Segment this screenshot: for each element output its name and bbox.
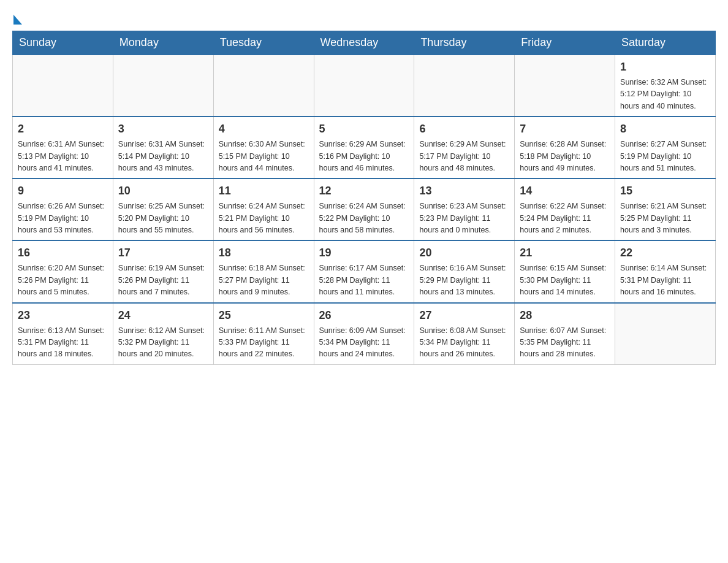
day-info: Sunrise: 6:07 AM Sunset: 5:35 PM Dayligh…	[520, 325, 610, 361]
day-number: 1	[620, 59, 710, 75]
calendar-cell: 2Sunrise: 6:31 AM Sunset: 5:13 PM Daylig…	[13, 117, 113, 178]
calendar-cell: 7Sunrise: 6:28 AM Sunset: 5:18 PM Daylig…	[515, 117, 615, 178]
calendar-cell: 1Sunrise: 6:32 AM Sunset: 5:12 PM Daylig…	[615, 55, 716, 117]
day-info: Sunrise: 6:28 AM Sunset: 5:18 PM Dayligh…	[520, 139, 610, 174]
day-info: Sunrise: 6:31 AM Sunset: 5:13 PM Dayligh…	[18, 139, 108, 174]
day-info: Sunrise: 6:26 AM Sunset: 5:19 PM Dayligh…	[18, 201, 108, 236]
day-info: Sunrise: 6:18 AM Sunset: 5:27 PM Dayligh…	[219, 262, 309, 298]
calendar-cell: 22Sunrise: 6:14 AM Sunset: 5:31 PM Dayli…	[615, 240, 716, 302]
day-info: Sunrise: 6:14 AM Sunset: 5:31 PM Dayligh…	[620, 262, 710, 298]
day-info: Sunrise: 6:21 AM Sunset: 5:25 PM Dayligh…	[620, 201, 710, 236]
day-number: 9	[18, 183, 108, 199]
day-info: Sunrise: 6:08 AM Sunset: 5:34 PM Dayligh…	[419, 325, 509, 361]
week-row-1: 1Sunrise: 6:32 AM Sunset: 5:12 PM Daylig…	[13, 55, 716, 117]
logo	[12, 12, 22, 25]
day-number: 25	[219, 307, 309, 324]
calendar-cell: 26Sunrise: 6:09 AM Sunset: 5:34 PM Dayli…	[314, 303, 414, 365]
day-info: Sunrise: 6:25 AM Sunset: 5:20 PM Dayligh…	[118, 201, 208, 236]
day-number: 14	[520, 183, 610, 199]
calendar-cell: 27Sunrise: 6:08 AM Sunset: 5:34 PM Dayli…	[414, 303, 515, 365]
day-number: 6	[419, 121, 509, 137]
day-number: 3	[118, 121, 208, 137]
day-number: 11	[219, 183, 309, 199]
day-info: Sunrise: 6:16 AM Sunset: 5:29 PM Dayligh…	[419, 262, 509, 298]
day-info: Sunrise: 6:32 AM Sunset: 5:12 PM Dayligh…	[620, 77, 710, 112]
day-info: Sunrise: 6:19 AM Sunset: 5:26 PM Dayligh…	[118, 262, 208, 298]
day-number: 4	[219, 121, 309, 137]
day-number: 8	[620, 121, 710, 137]
weekday-header-thursday: Thursday	[414, 31, 515, 55]
day-number: 17	[118, 245, 208, 261]
weekday-header-monday: Monday	[113, 31, 213, 55]
calendar-cell: 17Sunrise: 6:19 AM Sunset: 5:26 PM Dayli…	[113, 240, 213, 302]
calendar-cell: 12Sunrise: 6:24 AM Sunset: 5:22 PM Dayli…	[314, 178, 414, 240]
page-header	[12, 12, 716, 25]
day-info: Sunrise: 6:17 AM Sunset: 5:28 PM Dayligh…	[319, 262, 409, 298]
day-info: Sunrise: 6:24 AM Sunset: 5:22 PM Dayligh…	[319, 201, 409, 236]
day-number: 21	[520, 245, 610, 261]
day-info: Sunrise: 6:09 AM Sunset: 5:34 PM Dayligh…	[319, 325, 409, 361]
calendar-cell: 24Sunrise: 6:12 AM Sunset: 5:32 PM Dayli…	[113, 303, 213, 365]
weekday-header-wednesday: Wednesday	[314, 31, 414, 55]
calendar-cell: 23Sunrise: 6:13 AM Sunset: 5:31 PM Dayli…	[13, 303, 113, 365]
day-info: Sunrise: 6:15 AM Sunset: 5:30 PM Dayligh…	[520, 262, 610, 298]
calendar-cell: 10Sunrise: 6:25 AM Sunset: 5:20 PM Dayli…	[113, 178, 213, 240]
day-info: Sunrise: 6:20 AM Sunset: 5:26 PM Dayligh…	[18, 262, 108, 298]
weekday-header-saturday: Saturday	[615, 31, 716, 55]
calendar-cell: 19Sunrise: 6:17 AM Sunset: 5:28 PM Dayli…	[314, 240, 414, 302]
calendar-cell: 16Sunrise: 6:20 AM Sunset: 5:26 PM Dayli…	[13, 240, 113, 302]
calendar-cell: 28Sunrise: 6:07 AM Sunset: 5:35 PM Dayli…	[515, 303, 615, 365]
calendar-cell	[13, 55, 113, 117]
calendar-cell	[314, 55, 414, 117]
weekday-header-tuesday: Tuesday	[213, 31, 314, 55]
day-number: 28	[520, 307, 610, 324]
day-number: 27	[419, 307, 509, 324]
calendar-cell: 15Sunrise: 6:21 AM Sunset: 5:25 PM Dayli…	[615, 178, 716, 240]
day-number: 13	[419, 183, 509, 199]
calendar-cell	[615, 303, 716, 365]
calendar-cell: 20Sunrise: 6:16 AM Sunset: 5:29 PM Dayli…	[414, 240, 515, 302]
day-number: 24	[118, 307, 208, 324]
week-row-3: 9Sunrise: 6:26 AM Sunset: 5:19 PM Daylig…	[13, 178, 716, 240]
day-info: Sunrise: 6:30 AM Sunset: 5:15 PM Dayligh…	[219, 139, 309, 174]
day-info: Sunrise: 6:12 AM Sunset: 5:32 PM Dayligh…	[118, 325, 208, 361]
day-info: Sunrise: 6:24 AM Sunset: 5:21 PM Dayligh…	[219, 201, 309, 236]
calendar-cell: 11Sunrise: 6:24 AM Sunset: 5:21 PM Dayli…	[213, 178, 314, 240]
calendar-cell: 21Sunrise: 6:15 AM Sunset: 5:30 PM Dayli…	[515, 240, 615, 302]
day-number: 10	[118, 183, 208, 199]
day-number: 12	[319, 183, 409, 199]
calendar-cell: 4Sunrise: 6:30 AM Sunset: 5:15 PM Daylig…	[213, 117, 314, 178]
day-number: 20	[419, 245, 509, 261]
week-row-4: 16Sunrise: 6:20 AM Sunset: 5:26 PM Dayli…	[13, 240, 716, 302]
day-number: 16	[18, 245, 108, 261]
calendar-cell: 3Sunrise: 6:31 AM Sunset: 5:14 PM Daylig…	[113, 117, 213, 178]
day-info: Sunrise: 6:31 AM Sunset: 5:14 PM Dayligh…	[118, 139, 208, 174]
day-info: Sunrise: 6:11 AM Sunset: 5:33 PM Dayligh…	[219, 325, 309, 361]
calendar-cell: 18Sunrise: 6:18 AM Sunset: 5:27 PM Dayli…	[213, 240, 314, 302]
calendar-cell: 9Sunrise: 6:26 AM Sunset: 5:19 PM Daylig…	[13, 178, 113, 240]
calendar-cell	[213, 55, 314, 117]
weekday-header-row: SundayMondayTuesdayWednesdayThursdayFrid…	[13, 31, 716, 55]
day-number: 15	[620, 183, 710, 199]
calendar-cell	[113, 55, 213, 117]
calendar-cell: 14Sunrise: 6:22 AM Sunset: 5:24 PM Dayli…	[515, 178, 615, 240]
day-info: Sunrise: 6:22 AM Sunset: 5:24 PM Dayligh…	[520, 201, 610, 236]
day-info: Sunrise: 6:13 AM Sunset: 5:31 PM Dayligh…	[18, 325, 108, 361]
day-number: 2	[18, 121, 108, 137]
calendar-cell	[515, 55, 615, 117]
day-number: 22	[620, 245, 710, 261]
calendar-table: SundayMondayTuesdayWednesdayThursdayFrid…	[12, 31, 716, 365]
day-info: Sunrise: 6:23 AM Sunset: 5:23 PM Dayligh…	[419, 201, 509, 236]
day-number: 5	[319, 121, 409, 137]
calendar-cell: 6Sunrise: 6:29 AM Sunset: 5:17 PM Daylig…	[414, 117, 515, 178]
weekday-header-friday: Friday	[515, 31, 615, 55]
day-number: 26	[319, 307, 409, 324]
day-number: 23	[18, 307, 108, 324]
week-row-2: 2Sunrise: 6:31 AM Sunset: 5:13 PM Daylig…	[13, 117, 716, 178]
logo-triangle-icon	[13, 15, 22, 25]
weekday-header-sunday: Sunday	[13, 31, 113, 55]
calendar-cell: 25Sunrise: 6:11 AM Sunset: 5:33 PM Dayli…	[213, 303, 314, 365]
day-number: 18	[219, 245, 309, 261]
day-info: Sunrise: 6:27 AM Sunset: 5:19 PM Dayligh…	[620, 139, 710, 174]
week-row-5: 23Sunrise: 6:13 AM Sunset: 5:31 PM Dayli…	[13, 303, 716, 365]
